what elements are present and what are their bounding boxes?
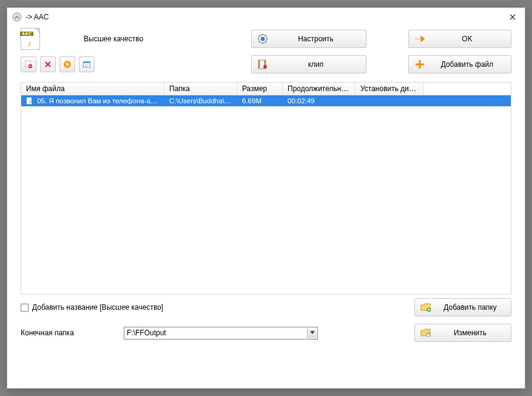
output-folder-value: F:\FFOutput — [127, 329, 166, 337]
app-window: -> AAC AAC ♪ Высшее качество — [7, 7, 525, 389]
info-button[interactable] — [79, 56, 95, 72]
window-title: -> AAC — [25, 13, 49, 21]
remove-selected-button[interactable] — [21, 56, 36, 72]
col-header-name[interactable]: Имя файла — [21, 83, 164, 95]
add-file-button[interactable]: Добавить файл — [408, 55, 511, 73]
file-table: Имя файла Папка Размер Продолжительность… — [21, 82, 511, 295]
clip-button[interactable]: клип — [251, 55, 366, 73]
plus-icon — [414, 58, 426, 70]
app-icon — [12, 12, 22, 22]
play-button[interactable] — [59, 56, 75, 72]
svg-rect-6 — [84, 62, 90, 64]
svg-rect-24 — [258, 64, 259, 65]
folder-add-icon — [420, 301, 432, 313]
clear-list-button[interactable] — [40, 56, 56, 72]
svg-rect-3 — [29, 66, 32, 66]
gear-icon — [257, 33, 269, 45]
svg-rect-32 — [416, 64, 424, 66]
add-title-label: Добавить название [Высшее качество] — [32, 303, 163, 312]
top-section: AAC ♪ Высшее качество — [7, 26, 525, 77]
col-header-duration[interactable]: Продолжительность — [283, 83, 355, 95]
col-header-size[interactable]: Размер — [237, 83, 283, 95]
titlebar: -> AAC — [7, 8, 525, 26]
svg-rect-37 — [428, 309, 430, 310]
svg-rect-22 — [258, 61, 259, 61]
chevron-down-icon[interactable] — [307, 328, 317, 338]
cell-duration: 00:02:49 — [283, 97, 355, 104]
table-row[interactable]: ♪ 05. Я позвонил Вам из телефона-автом..… — [21, 95, 511, 106]
quality-label: Высшее качество — [84, 35, 143, 43]
audio-file-icon: ♪ — [26, 97, 33, 104]
small-toolbar — [21, 56, 95, 72]
change-folder-button[interactable]: Изменить — [414, 324, 511, 342]
arrow-right-icon — [414, 33, 426, 45]
cell-folder: C:\Users\Buddha\D... — [164, 97, 237, 104]
svg-point-30 — [263, 65, 267, 69]
ok-button[interactable]: OK — [408, 30, 511, 48]
col-header-range[interactable]: Установить диапа... — [355, 83, 424, 95]
svg-rect-25 — [258, 66, 259, 67]
svg-rect-26 — [264, 61, 265, 61]
svg-text:♪: ♪ — [29, 98, 32, 104]
filmstrip-icon — [257, 58, 269, 70]
close-button[interactable] — [505, 10, 520, 24]
svg-rect-23 — [258, 63, 259, 63]
svg-rect-8 — [84, 66, 87, 66]
output-folder-combo[interactable]: F:\FFOutput — [124, 327, 318, 340]
cell-size: 6.69M — [237, 97, 283, 104]
add-title-checkbox[interactable] — [21, 304, 29, 312]
bottom-panel: Добавить название [Высшее качество] Доба… — [7, 295, 525, 352]
col-header-folder[interactable]: Папка — [164, 83, 237, 95]
add-folder-button[interactable]: Добавить папку — [414, 298, 511, 316]
table-header: Имя файла Папка Размер Продолжительность… — [21, 83, 511, 95]
cell-name: 05. Я позвонил Вам из телефона-автом... — [37, 97, 164, 104]
svg-rect-27 — [264, 63, 265, 63]
svg-point-10 — [260, 37, 264, 41]
svg-rect-7 — [84, 64, 89, 65]
configure-button[interactable]: Настроить — [251, 30, 366, 48]
folder-open-icon — [420, 327, 432, 339]
svg-point-0 — [13, 13, 21, 21]
output-folder-label: Конечная папка — [21, 329, 124, 337]
format-aac-icon: AAC ♪ — [21, 28, 40, 50]
